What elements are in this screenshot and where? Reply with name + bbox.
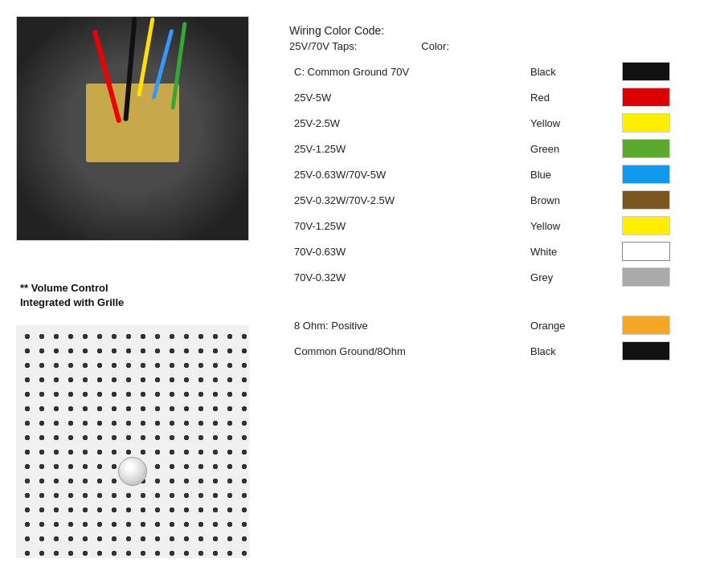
wiring-row: 25V-2.5W Yellow: [289, 110, 712, 136]
wiring-row: 70V-1.25W Yellow: [289, 213, 712, 238]
wiring-subtitle: 25V/70V Taps: Color:: [289, 40, 712, 52]
bottom-section: ** Volume Control Integrated with Grille: [16, 281, 257, 558]
wiring-row: 25V-1.25W Green: [289, 136, 712, 161]
tap-label: 70V-0.63W: [289, 238, 526, 264]
wiring-row: 70V-0.63W White: [289, 238, 712, 264]
tap-label: 70V-0.32W: [289, 264, 526, 290]
color-swatch-cell: [617, 161, 712, 187]
tap-label: 25V-2.5W: [289, 110, 526, 136]
volume-control-label: ** Volume Control Integrated with Grille: [20, 281, 153, 310]
wiring-row: 25V-5W Red: [289, 84, 712, 110]
color-label: Red: [526, 84, 617, 110]
wiring-table: C: Common Ground 70V Black 25V-5W Red 25…: [289, 59, 712, 364]
color-label: Yellow: [526, 213, 617, 238]
tap-label: C: Common Ground 70V: [289, 59, 526, 84]
color-swatch-cell: [617, 338, 712, 364]
color-label: Brown: [526, 187, 617, 213]
color-swatch-cell: [617, 264, 712, 290]
wire-yellow: [137, 17, 155, 96]
wiring-row: 70V-0.32W Grey: [289, 264, 712, 290]
wire-green: [170, 22, 186, 110]
grille-dots: [16, 325, 249, 558]
grille-sim: [16, 325, 249, 558]
color-label: Blue: [526, 161, 617, 187]
subtitle-color: Color:: [421, 40, 449, 52]
color-swatch: [622, 113, 670, 132]
grille-image: [16, 325, 249, 558]
tap-label: Common Ground/8Ohm: [289, 338, 526, 364]
color-swatch: [622, 139, 670, 158]
color-swatch: [622, 267, 670, 287]
color-label: Green: [526, 136, 617, 161]
color-label: Black: [526, 59, 617, 84]
subtitle-taps: 25V/70V Taps:: [289, 40, 357, 52]
color-label: White: [526, 238, 617, 264]
wiring-title: Wiring Color Code:: [289, 24, 712, 37]
color-label: Yellow: [526, 110, 617, 136]
tap-label: 70V-1.25W: [289, 213, 526, 238]
color-swatch: [622, 190, 670, 210]
color-swatch-cell: [617, 238, 712, 264]
tap-label: 25V-1.25W: [289, 136, 526, 161]
section-gap-row: [289, 290, 712, 312]
wire-black: [124, 17, 137, 121]
color-swatch-cell: [617, 84, 712, 110]
wiring-row: 25V-0.63W/70V-5W Blue: [289, 161, 712, 187]
left-panel: ** Volume Control Integrated with Grille: [16, 16, 257, 567]
color-label: Grey: [526, 264, 617, 290]
tap-label: 25V-5W: [289, 84, 526, 110]
color-swatch-cell: [617, 136, 712, 161]
transformer-sim: [17, 17, 248, 240]
color-swatch-cell: [617, 59, 712, 84]
transformer-image: [16, 16, 249, 241]
ohm-row: 8 Ohm: Positive Orange: [289, 312, 712, 338]
tap-label: 25V-0.32W/70V-2.5W: [289, 187, 526, 213]
color-label: Black: [526, 338, 617, 364]
color-swatch-cell: [617, 213, 712, 238]
color-swatch: [622, 316, 670, 335]
color-label: Orange: [526, 312, 617, 338]
color-swatch: [622, 88, 670, 107]
color-swatch: [622, 165, 670, 184]
wiring-row: C: Common Ground 70V Black: [289, 59, 712, 84]
tap-label: 8 Ohm: Positive: [289, 312, 526, 338]
wire-red: [92, 29, 122, 123]
color-swatch-cell: [617, 312, 712, 338]
tap-label: 25V-0.63W/70V-5W: [289, 161, 526, 187]
wire-blue: [151, 29, 174, 100]
color-swatch-cell: [617, 110, 712, 136]
color-swatch: [622, 341, 670, 361]
color-swatch-cell: [617, 187, 712, 213]
color-swatch: [622, 216, 670, 235]
wiring-row: 25V-0.32W/70V-2.5W Brown: [289, 187, 712, 213]
right-panel: Wiring Color Code: 25V/70V Taps: Color: …: [273, 16, 712, 567]
ohm-row: Common Ground/8Ohm Black: [289, 338, 712, 364]
volume-knob: [118, 457, 147, 486]
color-swatch: [622, 62, 670, 81]
color-swatch: [622, 242, 670, 261]
